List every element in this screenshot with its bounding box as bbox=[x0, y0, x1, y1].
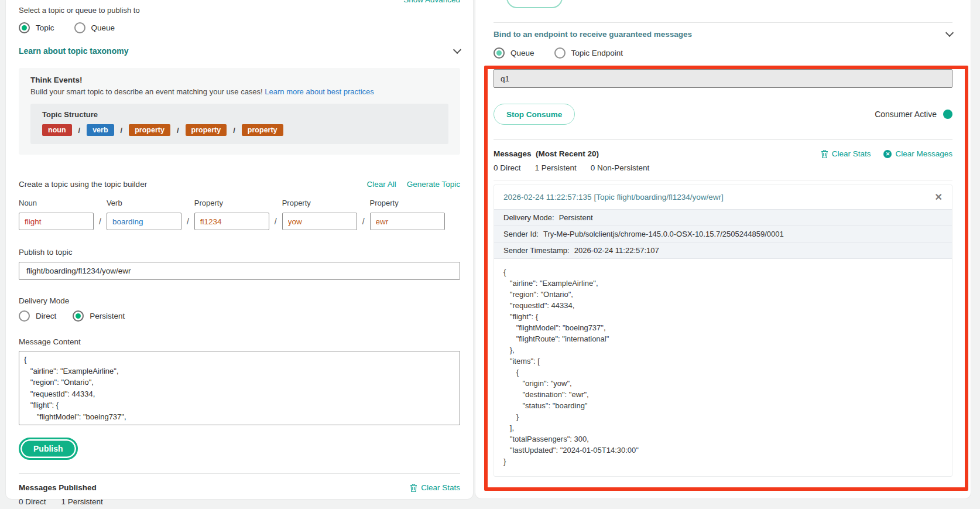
message-meta-delivery-mode: Delivery Mode: Persistent bbox=[494, 209, 952, 226]
publisher-panel: Show Advanced Select a topic or queue to… bbox=[6, 0, 473, 499]
stop-consume-button[interactable]: Stop Consume bbox=[494, 104, 575, 125]
radio-endpoint-queue-control[interactable] bbox=[494, 47, 505, 59]
endpoint-name-input[interactable] bbox=[494, 69, 952, 88]
field-property-1-input[interactable] bbox=[194, 213, 269, 230]
badge-separator: / bbox=[78, 126, 81, 135]
radio-topic-endpoint[interactable]: Topic Endpoint bbox=[554, 47, 623, 59]
subscriber-divider-mid bbox=[494, 139, 952, 140]
meta-label: Delivery Mode: bbox=[503, 213, 554, 222]
field-separator: / bbox=[99, 217, 101, 226]
topic-builder-header: Create a topic using the topic builder C… bbox=[19, 180, 460, 189]
subscriber-divider-list bbox=[494, 180, 952, 180]
trash-icon bbox=[410, 484, 417, 492]
think-events-body: Build your smart topic to describe an ev… bbox=[30, 87, 448, 96]
messages-title: Messages (Most Recent 20) bbox=[494, 149, 599, 158]
field-property-1: Property bbox=[194, 199, 269, 230]
radio-queue-control[interactable] bbox=[74, 22, 85, 33]
published-direct-count: 0 Direct bbox=[19, 497, 46, 506]
topic-builder-title: Create a topic using the topic builder bbox=[19, 180, 147, 189]
delivery-mode-label: Delivery Mode bbox=[19, 296, 460, 305]
field-property-2-input[interactable] bbox=[282, 213, 357, 230]
chevron-down-icon[interactable] bbox=[453, 45, 461, 53]
badge-separator: / bbox=[121, 126, 123, 135]
messages-published-title: Messages Published bbox=[19, 483, 97, 492]
publisher-clear-stats-link[interactable]: Clear Stats bbox=[410, 483, 460, 492]
radio-topic[interactable]: Topic bbox=[19, 22, 54, 33]
field-separator: / bbox=[187, 217, 189, 226]
publisher-clear-stats-label: Clear Stats bbox=[421, 483, 460, 492]
radio-direct-label: Direct bbox=[36, 312, 56, 320]
bind-header-title: Bind to an endpoint to receive guarantee… bbox=[494, 30, 692, 39]
chevron-down-icon[interactable] bbox=[945, 29, 954, 37]
consumer-active-dot bbox=[943, 110, 952, 119]
radio-persistent-control[interactable] bbox=[73, 310, 84, 322]
badge-property: property bbox=[129, 124, 170, 136]
subscriber-clear-stats-label: Clear Stats bbox=[832, 149, 871, 158]
radio-topic-label: Topic bbox=[36, 23, 54, 32]
show-advanced-link[interactable]: Show Advanced bbox=[403, 0, 460, 4]
clear-messages-link[interactable]: ✕ Clear Messages bbox=[883, 149, 952, 158]
received-message-card: 2026-02-24 11:22:57:135 [Topic flight/bo… bbox=[494, 185, 952, 477]
field-property-2-label: Property bbox=[282, 199, 357, 207]
received-direct-count: 0 Direct bbox=[494, 163, 521, 172]
bind-header-row: Bind to an endpoint to receive guarantee… bbox=[494, 30, 952, 39]
think-events-text: Build your smart topic to describe an ev… bbox=[30, 87, 263, 96]
published-persistent-count: 1 Persistent bbox=[61, 497, 103, 506]
topic-builder-fields: Noun / Verb / Property / Property / Prop… bbox=[19, 199, 460, 230]
radio-endpoint-queue-label: Queue bbox=[510, 49, 534, 57]
close-icon[interactable]: ✕ bbox=[935, 193, 943, 202]
topic-structure-box: Topic Structure noun / verb / property /… bbox=[30, 104, 448, 144]
radio-direct[interactable]: Direct bbox=[19, 310, 56, 322]
cutoff-button[interactable] bbox=[506, 0, 563, 8]
subscriber-panel: Bind to an endpoint to receive guarantee… bbox=[475, 0, 971, 498]
radio-topic-control[interactable] bbox=[19, 22, 30, 33]
try-me-page: Show Advanced Select a topic or queue to… bbox=[0, 0, 980, 509]
subscriber-divider-top bbox=[494, 22, 952, 23]
clear-all-link[interactable]: Clear All bbox=[366, 180, 396, 189]
meta-value: Persistent bbox=[559, 213, 593, 222]
received-persistent-count: 1 Persistent bbox=[535, 163, 577, 172]
badge-separator: / bbox=[233, 126, 235, 135]
messages-stats: 0 Direct 1 Persistent 0 Non-Persistent bbox=[494, 163, 952, 172]
publish-button[interactable]: Publish bbox=[19, 438, 78, 460]
publish-to-topic-label: Publish to topic bbox=[19, 248, 460, 257]
radio-endpoint-queue[interactable]: Queue bbox=[494, 47, 534, 59]
consume-row: Stop Consume Consumer Active bbox=[494, 104, 952, 125]
trash-icon bbox=[821, 150, 828, 158]
best-practices-link[interactable]: Learn more about best practices bbox=[265, 87, 374, 96]
field-verb-input[interactable] bbox=[107, 213, 181, 230]
field-separator: / bbox=[362, 217, 365, 226]
radio-queue[interactable]: Queue bbox=[74, 22, 115, 33]
taxonomy-link[interactable]: Learn about topic taxonomy bbox=[19, 46, 128, 56]
think-events-title: Think Events! bbox=[30, 76, 448, 84]
badge-verb: verb bbox=[87, 124, 114, 136]
subscriber-clear-stats-link[interactable]: Clear Stats bbox=[821, 149, 871, 158]
clear-messages-label: Clear Messages bbox=[895, 149, 952, 158]
meta-value: Try-Me-Pub/solclientjs/chrome-145.0.0-OS… bbox=[543, 230, 784, 238]
message-content-textarea[interactable]: { "airline": "ExampleAirline", "region":… bbox=[19, 351, 460, 425]
field-noun-label: Noun bbox=[19, 199, 94, 207]
field-property-2: Property bbox=[282, 199, 357, 230]
generate-topic-link[interactable]: Generate Topic bbox=[407, 180, 460, 189]
think-events-box: Think Events! Build your smart topic to … bbox=[19, 68, 460, 155]
field-property-3-input[interactable] bbox=[370, 213, 445, 230]
radio-topic-endpoint-control[interactable] bbox=[554, 47, 566, 59]
field-property-3: Property bbox=[370, 199, 445, 230]
clear-circle-icon: ✕ bbox=[883, 150, 892, 158]
topic-structure-title: Topic Structure bbox=[42, 110, 437, 119]
topic-structure-badges: noun / verb / property / property / prop… bbox=[42, 124, 437, 136]
radio-direct-control[interactable] bbox=[19, 310, 30, 322]
field-noun-input[interactable] bbox=[19, 213, 94, 230]
badge-noun: noun bbox=[42, 124, 72, 136]
messages-actions: Clear Stats ✕ Clear Messages bbox=[821, 149, 952, 158]
field-property-3-label: Property bbox=[370, 199, 445, 207]
messages-published-header: Messages Published Clear Stats bbox=[19, 474, 460, 492]
field-noun: Noun bbox=[19, 199, 94, 230]
messages-published-stats: 0 Direct 1 Persistent bbox=[19, 497, 460, 506]
field-separator: / bbox=[275, 217, 277, 226]
radio-persistent[interactable]: Persistent bbox=[73, 310, 125, 322]
message-content-label: Message Content bbox=[19, 337, 460, 346]
message-topic-link[interactable]: 2026-02-24 11:22:57:135 [Topic flight/bo… bbox=[503, 193, 724, 201]
meta-label: Sender Timestamp: bbox=[503, 246, 570, 255]
publish-to-topic-input[interactable] bbox=[19, 262, 460, 280]
